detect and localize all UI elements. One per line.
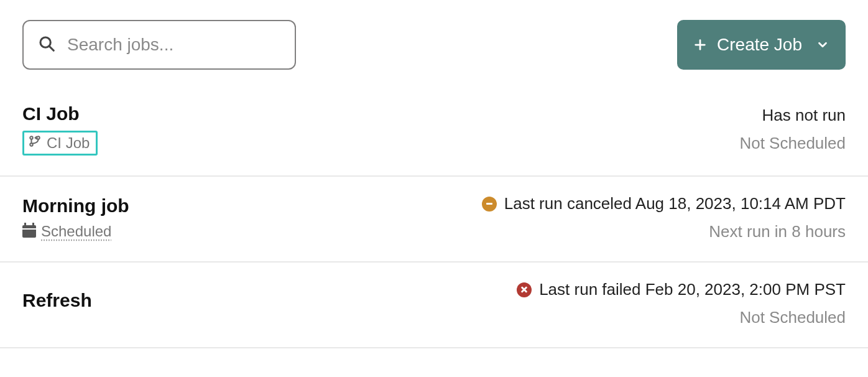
job-status: Last run canceled Aug 18, 2023, 10:14 AM… <box>482 194 846 213</box>
job-title: Refresh <box>22 290 92 311</box>
toolbar: Create Job <box>0 0 868 86</box>
git-merge-icon <box>28 134 47 152</box>
chevron-down-icon <box>816 38 829 52</box>
create-job-button[interactable]: Create Job <box>677 20 846 70</box>
failed-icon <box>517 282 532 297</box>
job-tag-label: CI Job <box>47 134 90 152</box>
job-title: CI Job <box>22 103 80 124</box>
status-text: Last run failed Feb 20, 2023, 2:00 PM PS… <box>539 280 846 299</box>
calendar-icon <box>22 225 36 238</box>
job-schedule: Not Scheduled <box>739 308 846 327</box>
ci-job-tag[interactable]: CI Job <box>22 131 98 156</box>
svg-line-1 <box>50 47 53 50</box>
job-left: CI Job CI Job <box>22 103 98 156</box>
canceled-icon <box>482 197 497 212</box>
status-text: Last run canceled Aug 18, 2023, 10:14 AM… <box>504 194 846 213</box>
job-status: Last run failed Feb 20, 2023, 2:00 PM PS… <box>517 280 846 299</box>
plus-icon <box>693 38 707 52</box>
search-icon <box>37 34 56 55</box>
job-left: Morning job Scheduled <box>22 194 129 241</box>
job-right: Has not run Not Scheduled <box>739 103 846 156</box>
job-left: Refresh <box>22 280 92 327</box>
job-row[interactable]: Morning job Scheduled Last run canceled … <box>0 177 868 263</box>
job-status: Has not run <box>762 106 846 125</box>
job-schedule: Next run in 8 hours <box>709 222 846 241</box>
job-title: Morning job <box>22 195 129 216</box>
svg-point-0 <box>40 37 50 47</box>
job-right: Last run failed Feb 20, 2023, 2:00 PM PS… <box>517 280 846 327</box>
create-job-label: Create Job <box>717 35 802 55</box>
search-field[interactable] <box>22 20 296 70</box>
job-tag-label: Scheduled <box>41 223 111 240</box>
job-row[interactable]: CI Job CI Job Has not run Not Scheduled <box>0 86 868 177</box>
scheduled-tag[interactable]: Scheduled <box>22 223 111 240</box>
job-row[interactable]: Refresh Last run failed Feb 20, 2023, 2:… <box>0 263 868 348</box>
status-text: Has not run <box>762 106 846 125</box>
search-input[interactable] <box>67 35 281 55</box>
job-right: Last run canceled Aug 18, 2023, 10:14 AM… <box>482 194 846 241</box>
job-schedule: Not Scheduled <box>739 134 846 153</box>
